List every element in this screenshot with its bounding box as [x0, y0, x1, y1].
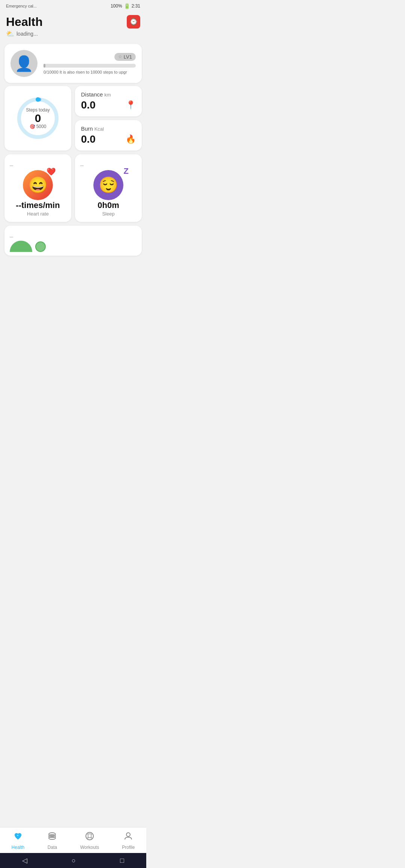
steps-count: 0 [35, 113, 41, 124]
distance-value-row: 0.0 📍 [81, 99, 136, 111]
page-title: Health [6, 15, 43, 29]
partial-inner [10, 241, 136, 252]
burn-unit: Kcal [94, 126, 104, 132]
avatar-icon: 👤 [15, 55, 33, 72]
heart-rate-metric: --times/min [10, 200, 66, 210]
steps-ring: Steps today 0 🎯 5000 [15, 96, 60, 141]
right-stats: Distance km 0.0 📍 Burn Kcal 0.0 🔥 [75, 86, 142, 151]
sleep-label: Sleep [80, 211, 136, 217]
steps-center: Steps today 0 🎯 5000 [26, 107, 50, 129]
activity-dash: _ [10, 231, 136, 238]
tennis-ball-shape [35, 241, 46, 252]
fire-icon: 🔥 [126, 134, 136, 144]
heart-rate-dash: _ [10, 160, 13, 166]
bottom-grid: _ 😄 ❤️ --times/min Heart rate _ 😌 Z 0h0m… [4, 154, 142, 222]
distance-unit: km [104, 92, 111, 98]
page-header: Health ⛅ loading... ⌚ [0, 11, 146, 41]
status-carrier: Emergency cal... [6, 4, 37, 8]
burn-label: Burn [81, 125, 93, 132]
svg-point-2 [36, 97, 40, 102]
star-icon: ☆ [118, 54, 122, 59]
battery-percent: 100% [111, 3, 122, 9]
sleep-z-icon: Z [124, 166, 129, 176]
green-ball-shape [10, 241, 32, 252]
distance-label-row: Distance km [81, 91, 136, 98]
status-bar: Emergency cal... 100% 🔋 2:31 [0, 0, 146, 11]
goal-icon: 🎯 [30, 124, 35, 129]
header-subtitle: ⛅ loading... [6, 30, 43, 38]
heart-rate-label: Heart rate [10, 211, 66, 217]
heart-rate-card[interactable]: _ 😄 ❤️ --times/min Heart rate [4, 154, 71, 222]
watch-button[interactable]: ⌚ [127, 15, 140, 29]
burn-value: 0.0 [81, 133, 96, 145]
distance-value: 0.0 [81, 99, 96, 111]
level-badge-container: ☆ LV1 [44, 53, 136, 61]
distance-card[interactable]: Distance km 0.0 📍 [75, 86, 142, 116]
cloud-icon: ⛅ [6, 30, 14, 38]
level-text: LV1 [124, 54, 132, 60]
sleep-card[interactable]: _ 😌 Z 0h0m Sleep [75, 154, 142, 222]
sleep-emoji: 😌 Z [93, 170, 123, 200]
burn-value-row: 0.0 🔥 [81, 133, 136, 145]
profile-card[interactable]: 👤 ☆ LV1 0/10000 It is also risen to 1000… [4, 44, 142, 83]
battery-icon: 🔋 [124, 3, 130, 9]
stats-grid: Steps today 0 🎯 5000 Distance km 0.0 📍 B [4, 86, 142, 151]
xp-bar-container [44, 64, 136, 68]
heart-rate-emoji-container: 😄 ❤️ [10, 169, 66, 200]
distance-label: Distance [81, 91, 103, 98]
status-right: 100% 🔋 2:31 [111, 3, 140, 9]
header-left: Health ⛅ loading... [6, 15, 43, 38]
steps-card[interactable]: Steps today 0 🎯 5000 [4, 86, 71, 151]
sleep-emoji-container: 😌 Z [80, 169, 136, 200]
profile-info: ☆ LV1 0/10000 It is also risen to 10000 … [44, 53, 136, 74]
steps-goal: 🎯 5000 [30, 124, 46, 129]
burn-card[interactable]: Burn Kcal 0.0 🔥 [75, 120, 142, 151]
sleep-dash: _ [80, 160, 84, 166]
mini-heart-icon: ❤️ [46, 167, 56, 176]
location-icon: 📍 [126, 100, 136, 110]
xp-bar-fill [44, 64, 45, 68]
heart-emoji: 😄 ❤️ [23, 170, 53, 200]
clock: 2:31 [132, 3, 140, 9]
level-pill: ☆ LV1 [114, 53, 136, 61]
sleep-metric: 0h0m [80, 200, 136, 210]
burn-label-row: Burn Kcal [81, 125, 136, 132]
avatar: 👤 [10, 50, 38, 77]
loading-text: loading... [16, 31, 38, 37]
partial-activity-card[interactable]: _ [4, 226, 142, 256]
xp-text: 0/10000 It is also risen to 10000 steps … [44, 70, 136, 74]
watch-icon: ⌚ [129, 18, 138, 26]
